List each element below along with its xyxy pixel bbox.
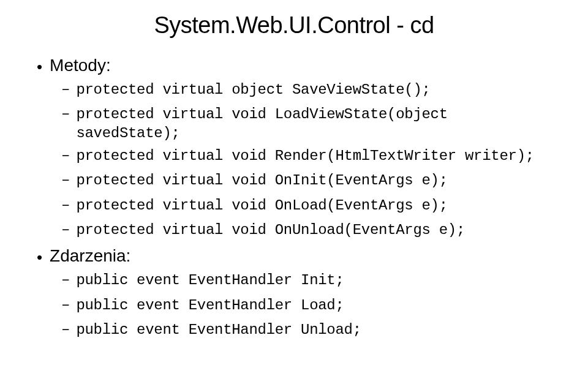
dash-icon: –	[61, 296, 70, 313]
list-item: – protected virtual void OnLoad(EventArg…	[61, 196, 564, 216]
event-signature: public event EventHandler Init;	[76, 271, 344, 290]
section-label: Zdarzenia:	[50, 246, 130, 266]
bullet-icon: •	[37, 59, 42, 75]
bullet-methods: • Metody:	[37, 56, 564, 75]
list-item: – protected virtual void OnUnload(EventA…	[61, 220, 564, 240]
dash-icon: –	[61, 321, 70, 337]
dash-icon: –	[61, 221, 70, 238]
dash-icon: –	[61, 147, 70, 164]
list-item: – protected virtual void Render(HtmlText…	[61, 146, 564, 166]
list-item: – public event EventHandler Init;	[61, 271, 564, 290]
page-title: System.Web.UI.Control - cd	[24, 12, 564, 39]
list-item: – public event EventHandler Unload;	[61, 320, 564, 340]
bullet-events: • Zdarzenia:	[37, 246, 564, 266]
list-item: – public event EventHandler Load;	[61, 296, 564, 315]
dash-icon: –	[61, 171, 70, 188]
methods-list: – protected virtual object SaveViewState…	[61, 80, 564, 240]
method-signature-cont: savedState);	[76, 125, 447, 141]
method-signature: protected virtual void OnLoad(EventArgs …	[76, 196, 447, 216]
section-events: • Zdarzenia: – public event EventHandler…	[24, 246, 564, 340]
method-signature: protected virtual void Render(HtmlTextWr…	[76, 146, 533, 166]
dash-icon: –	[61, 271, 70, 288]
event-signature: public event EventHandler Unload;	[76, 320, 361, 340]
list-item: – protected virtual object SaveViewState…	[61, 80, 564, 100]
dash-icon: –	[61, 81, 70, 97]
method-signature: protected virtual object SaveViewState()…	[76, 80, 430, 100]
list-item: – protected virtual void LoadViewState(o…	[61, 105, 564, 141]
dash-icon: –	[61, 105, 70, 122]
method-signature: protected virtual void OnInit(EventArgs …	[76, 171, 447, 190]
method-signature: protected virtual void LoadViewState(obj…	[76, 105, 447, 124]
method-signature: protected virtual void OnUnload(EventArg…	[76, 220, 465, 240]
list-item: – protected virtual void OnInit(EventArg…	[61, 171, 564, 190]
section-label: Metody:	[50, 56, 111, 75]
section-methods: • Metody: – protected virtual object Sav…	[24, 56, 564, 240]
dash-icon: –	[61, 197, 70, 213]
bullet-icon: •	[37, 249, 42, 265]
events-list: – public event EventHandler Init; – publ…	[61, 271, 564, 340]
event-signature: public event EventHandler Load;	[76, 296, 344, 315]
